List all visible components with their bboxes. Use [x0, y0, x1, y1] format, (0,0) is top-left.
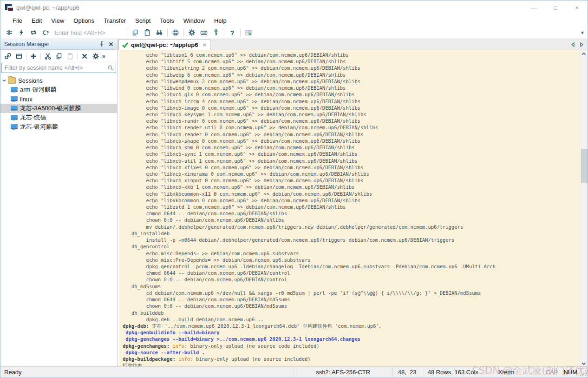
- terminal-line: echo "libxcb-util 1 com.ncmem.up6" >> de…: [123, 158, 580, 164]
- copy-session-icon[interactable]: [53, 51, 65, 61]
- session-item[interactable]: 龙芯-3A5000-银河麒麟: [0, 104, 117, 113]
- session-item[interactable]: linux: [0, 94, 117, 104]
- scroll-down-icon[interactable]: [580, 360, 588, 367]
- menu-item-options[interactable]: Options: [69, 15, 99, 26]
- tab-next-icon[interactable]: [580, 42, 584, 47]
- session-toolbar-more-icon[interactable]: »: [102, 53, 105, 60]
- scroll-up-icon[interactable]: [580, 50, 588, 57]
- terminal-line: chmod 0644 -- debian/com.ncmem.up6/DEBIA…: [123, 270, 580, 276]
- terminal-line: echo "libxcb-xinerama 0 com.ncmem.up6" >…: [123, 171, 580, 177]
- terminal-line: echo "libxcb-xkb 1 com.ncmem.up6" >> deb…: [123, 184, 580, 190]
- terminal-line: echo "libxcb-render-util 0 com.ncmem.up6…: [123, 124, 580, 131]
- terminal-line: dpkg-gencontrol -pcom.ncmem.up6 -ldebian…: [123, 263, 580, 270]
- session-filter-input[interactable]: [4, 64, 107, 72]
- menu-item-edit[interactable]: Edit: [27, 15, 46, 26]
- new-session-icon[interactable]: [28, 51, 39, 61]
- key-agent-icon[interactable]: [210, 27, 222, 38]
- tab-prev-icon[interactable]: [571, 42, 575, 47]
- compose-bar-icon[interactable]: [242, 27, 255, 38]
- terminal-line: echo "libxcb-sync 1 com.ncmem.up6" >> de…: [123, 151, 580, 157]
- monitor-icon: [11, 87, 18, 93]
- terminal-line: echo "libxkbcommon-x11 0 com.ncmem.up6" …: [123, 191, 580, 197]
- terminal-line: chown 0:0 -- debian/com.ncmem.up6/DEBIAN…: [123, 276, 580, 283]
- minimize-button[interactable]: —: [523, 0, 545, 14]
- terminal-scrollbar[interactable]: [580, 50, 588, 367]
- terminal-line: echo "libwind 0 com.ncmem.up6" >> debian…: [123, 85, 580, 91]
- menu-item-tools[interactable]: Tools: [155, 15, 178, 26]
- status-ready: Ready: [0, 369, 294, 376]
- toolbar-more-icon[interactable]: ▼: [580, 30, 585, 35]
- pin-icon[interactable]: [98, 40, 106, 48]
- status-terminal-type: Xterm: [494, 367, 543, 378]
- connected-check-icon: [122, 42, 129, 48]
- session-manager-icon[interactable]: [3, 27, 15, 38]
- terminal-line: echo "libxcb-randr 0 com.ncmem.up6" >> d…: [123, 118, 580, 124]
- disconnect-icon[interactable]: [39, 27, 52, 38]
- monitor-icon: [11, 96, 18, 102]
- session-toolbar: »: [0, 50, 117, 62]
- menu-item-script[interactable]: Script: [131, 15, 155, 26]
- find-icon[interactable]: [153, 27, 165, 38]
- session-item[interactable]: 龙芯-统信: [0, 113, 117, 122]
- paste-icon[interactable]: [141, 27, 153, 38]
- main-toolbar: ? ▼: [0, 27, 588, 39]
- terminal-tab[interactable]: qwl@qwl-pc: ~/app/up6 ×: [118, 39, 210, 50]
- terminal-output[interactable]: echo "libtasn1 6 com.ncmem.up6" >> debia…: [119, 50, 580, 367]
- help-icon[interactable]: ?: [226, 27, 238, 38]
- session-item-label: 龙芯-3A5000-银河麒麟: [20, 104, 81, 113]
- cut-icon[interactable]: [42, 51, 53, 61]
- print-icon[interactable]: [170, 27, 182, 38]
- copy-icon[interactable]: [129, 27, 141, 38]
- resize-grip[interactable]: [580, 371, 587, 377]
- host-input[interactable]: [53, 27, 125, 38]
- session-properties-icon[interactable]: [90, 51, 101, 61]
- new-terminal-icon[interactable]: [13, 51, 25, 61]
- session-item[interactable]: 龙芯-银河麒麟: [0, 122, 117, 132]
- terminal-line: echo "libxcb-shape 0 com.ncmem.up6" >> d…: [123, 138, 580, 144]
- panel-title: Session Manager: [4, 41, 49, 47]
- menu-item-window[interactable]: Window: [179, 15, 209, 26]
- maximize-button[interactable]: □: [545, 0, 566, 14]
- terminal-line: dpkg-source --after-build .: [123, 349, 580, 356]
- terminal-line: echo misc:Pre-Depends= >> debian/com.ncm…: [123, 257, 580, 263]
- terminal-line: echo "libxcb-xinput 0 com.ncmem.up6" >> …: [123, 177, 580, 184]
- scrollbar-thumb[interactable]: [581, 149, 588, 183]
- search-icon: [107, 65, 114, 71]
- menu-item-view[interactable]: View: [46, 15, 69, 26]
- menu-bar: FileEditViewOptionsTransferScriptToolsWi…: [0, 14, 588, 27]
- terminal-line: chown 0:0 -- debian/com.ncmem.up6/DEBIAN…: [123, 303, 580, 309]
- menu-item-file[interactable]: File: [8, 15, 27, 26]
- terminal-line: chmod 0644 -- debian/com.ncmem.up6/DEBIA…: [123, 296, 580, 303]
- chevron-down-icon[interactable]: [0, 78, 8, 83]
- menu-item-help[interactable]: Help: [209, 15, 231, 26]
- terminal-line: echo "libxcb-keysyms 1 com.ncmem.up6" >>…: [123, 111, 580, 118]
- terminal-line: echo "libxcb-icccm 4 com.ncmem.up6" >> d…: [123, 98, 580, 105]
- session-root-row[interactable]: Sessions: [0, 76, 117, 85]
- reconnect-icon[interactable]: [27, 27, 39, 38]
- window-title: qwl@qwl-pc: ~/app/up6: [16, 4, 79, 11]
- terminal-line: echo "libxkbcommon 0 com.ncmem.up6" >> d…: [123, 197, 580, 204]
- connect-icon[interactable]: [2, 51, 13, 61]
- session-filter: [1, 63, 116, 73]
- terminal-line: echo "libxcb-image 0 com.ncmem.up6" >> d…: [123, 105, 580, 111]
- menu-item-transfer[interactable]: Transfer: [99, 15, 131, 26]
- status-terminal-size: 48 Rows, 163 Cols: [422, 367, 494, 378]
- terminal-line: chown 0:0 -- debian/com.ncmem.up6/DEBIAN…: [123, 217, 580, 223]
- terminal-line: dpkg-genchanges: info: binary-only uploa…: [123, 343, 580, 349]
- delete-session-icon[interactable]: [79, 51, 90, 61]
- session-item-label: arm-银河麒麟: [20, 86, 57, 94]
- properties-icon[interactable]: [186, 27, 198, 38]
- quick-connect-icon[interactable]: [15, 27, 27, 38]
- terminal-line: echo misc:Depends= >> debian/com.ncmem.u…: [123, 250, 580, 257]
- keyboard-icon[interactable]: [198, 27, 210, 38]
- terminal-line: dpkg-genchanges --build=binary >../com.n…: [123, 336, 580, 342]
- terminal-line: cd debian/com.ncmem.up6 >/dev/null && xa…: [123, 290, 580, 296]
- panel-close-icon[interactable]: [107, 40, 115, 48]
- terminal-line: chmod 0644 -- debian/com.ncmem.up6/DEBIA…: [123, 210, 580, 217]
- tab-close-icon[interactable]: ×: [203, 41, 207, 48]
- terminal-line: dpkg-genbuildinfo --build=binary: [123, 329, 580, 336]
- session-tree: Sessions arm-银河麒麟linux龙芯-3A5000-银河麒麟龙芯-统…: [0, 74, 117, 367]
- paste-session-icon[interactable]: [65, 51, 76, 61]
- session-item[interactable]: arm-银河麒麟: [0, 85, 117, 94]
- close-button[interactable]: ×: [566, 0, 588, 14]
